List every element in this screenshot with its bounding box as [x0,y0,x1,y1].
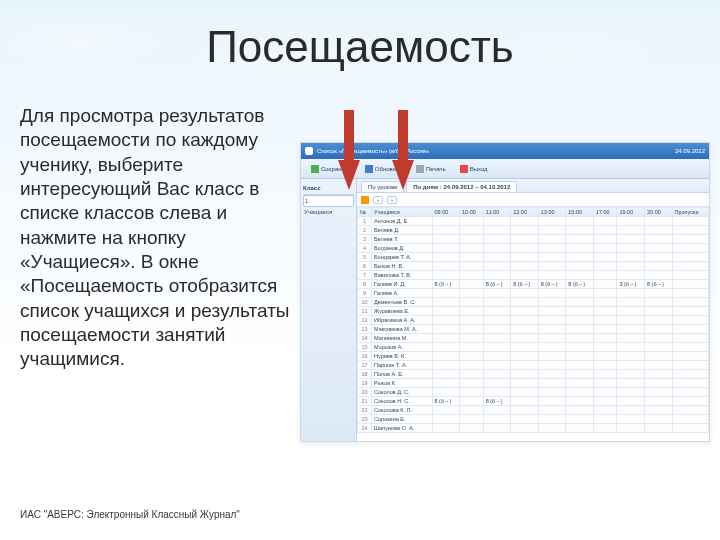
attendance-cell[interactable] [483,307,511,316]
attendance-cell[interactable] [460,325,484,334]
prev-period-button[interactable]: ‹ [373,196,383,204]
table-row[interactable]: 10Дементьев В. С. [358,298,709,307]
attendance-cell[interactable] [593,370,617,379]
attendance-cell[interactable] [511,370,539,379]
attendance-cell[interactable] [617,397,645,406]
attendance-cell[interactable] [672,271,708,280]
attendance-cell[interactable] [483,361,511,370]
attendance-cell[interactable] [672,325,708,334]
attendance-cell[interactable] [672,280,708,289]
attendance-cell[interactable] [432,298,460,307]
attendance-cell[interactable] [593,262,617,271]
attendance-cell[interactable] [617,253,645,262]
attendance-cell[interactable] [617,388,645,397]
attendance-cell[interactable] [644,334,672,343]
attendance-cell[interactable] [566,262,594,271]
attendance-cell[interactable] [593,415,617,424]
attendance-cell[interactable] [566,226,594,235]
tab-by-period[interactable]: По дням : 24.09.2012 – 04.10.2012 [406,181,517,192]
attendance-cell[interactable]: 3 (б→) [617,280,645,289]
attendance-cell[interactable] [593,280,617,289]
attendance-cell[interactable] [566,316,594,325]
attendance-cell[interactable] [511,253,539,262]
attendance-cell[interactable] [511,244,539,253]
attendance-cell[interactable] [644,352,672,361]
attendance-cell[interactable] [483,316,511,325]
table-row[interactable]: 4Богданов Д. [358,244,709,253]
attendance-cell[interactable] [566,343,594,352]
attendance-cell[interactable] [432,244,460,253]
attendance-cell[interactable] [483,352,511,361]
attendance-cell[interactable] [617,361,645,370]
attendance-cell[interactable] [672,415,708,424]
table-row[interactable]: 8Галиев И. Д.8 (б→)8 (б→)8 (б→)8 (б→)8 (… [358,280,709,289]
attendance-cell[interactable] [538,415,566,424]
table-row[interactable]: 11Журавлева Е. [358,307,709,316]
attendance-cell[interactable] [644,244,672,253]
attendance-cell[interactable] [566,415,594,424]
attendance-cell[interactable] [460,379,484,388]
attendance-cell[interactable] [538,235,566,244]
attendance-cell[interactable] [617,406,645,415]
attendance-cell[interactable] [566,325,594,334]
attendance-cell[interactable] [644,235,672,244]
attendance-cell[interactable] [460,316,484,325]
attendance-cell[interactable] [511,424,539,433]
attendance-cell[interactable] [511,307,539,316]
attendance-cell[interactable] [593,298,617,307]
attendance-cell[interactable] [566,388,594,397]
attendance-cell[interactable] [483,271,511,280]
attendance-cell[interactable] [617,307,645,316]
attendance-cell[interactable] [593,289,617,298]
table-row[interactable]: 9Галиев А. [358,289,709,298]
attendance-cell[interactable] [511,415,539,424]
attendance-cell[interactable]: 8 (б→) [483,280,511,289]
attendance-cell[interactable]: 8 (б→) [432,280,460,289]
attendance-cell[interactable] [538,226,566,235]
attendance-cell[interactable] [460,352,484,361]
attendance-cell[interactable] [538,271,566,280]
attendance-cell[interactable] [460,298,484,307]
attendance-cell[interactable] [617,379,645,388]
attendance-cell[interactable] [566,235,594,244]
attendance-cell[interactable] [511,325,539,334]
print-button[interactable]: Печать [412,163,450,175]
attendance-cell[interactable] [511,271,539,280]
attendance-cell[interactable] [538,352,566,361]
attendance-cell[interactable] [511,379,539,388]
attendance-cell[interactable] [432,235,460,244]
attendance-cell[interactable] [566,289,594,298]
attendance-cell[interactable] [617,235,645,244]
attendance-cell[interactable] [483,298,511,307]
attendance-cell[interactable] [672,388,708,397]
attendance-cell[interactable]: 8 (б→) [538,280,566,289]
table-row[interactable]: 5Бондарев Т. А. [358,253,709,262]
table-row[interactable]: 20Соколов Д. С. [358,388,709,397]
attendance-cell[interactable] [538,244,566,253]
attendance-cell[interactable] [511,388,539,397]
table-row[interactable]: 3Беляев Т. [358,235,709,244]
attendance-cell[interactable] [432,424,460,433]
attendance-cell[interactable] [644,379,672,388]
table-row[interactable]: 21Соколов Н. С.8 (б→)8 (б→) [358,397,709,406]
attendance-cell[interactable] [483,235,511,244]
attendance-cell[interactable] [538,379,566,388]
attendance-cell[interactable] [617,226,645,235]
attendance-cell[interactable] [538,361,566,370]
attendance-cell[interactable] [538,298,566,307]
attendance-cell[interactable] [511,361,539,370]
attendance-cell[interactable] [566,361,594,370]
attendance-cell[interactable] [432,289,460,298]
attendance-cell[interactable] [644,298,672,307]
attendance-cell[interactable] [511,334,539,343]
attendance-cell[interactable] [432,271,460,280]
attendance-cell[interactable] [672,316,708,325]
attendance-cell[interactable] [672,289,708,298]
attendance-cell[interactable]: 8 (б→) [644,280,672,289]
attendance-cell[interactable] [460,343,484,352]
attendance-cell[interactable] [672,334,708,343]
attendance-cell[interactable] [511,397,539,406]
attendance-cell[interactable]: 8 (б→) [483,397,511,406]
attendance-cell[interactable] [672,217,708,226]
attendance-cell[interactable] [566,379,594,388]
